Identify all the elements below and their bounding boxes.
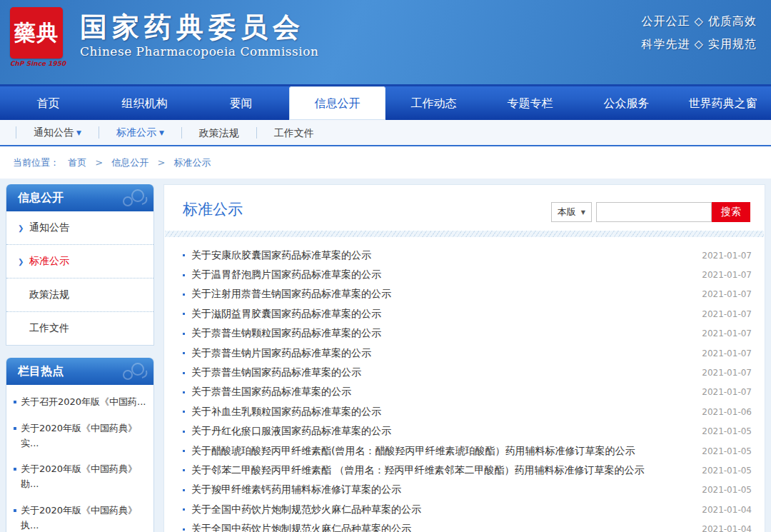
article-link[interactable]: 关于滋阴益胃胶囊国家药品标准草案的公示 [191, 308, 693, 321]
article-link[interactable]: 关于注射用萘普生钠国家药品标准草案的公示 [191, 288, 693, 301]
nav-item-world-pharmacopoeia[interactable]: 世界药典之窗 [675, 86, 771, 120]
hot-list-item[interactable]: 关于2020年版《中国药典》实... [6, 416, 153, 457]
sidebar: 信息公开 ❯ 通知公告 ❯ 标准公示 政策法规 [6, 184, 154, 532]
nav-item-public-service[interactable]: 公众服务 [578, 86, 675, 120]
subnav-label: 工作文件 [274, 127, 314, 139]
breadcrumb-prefix: 当前位置： [13, 157, 59, 168]
bullet-icon [183, 508, 185, 511]
nav-item-work-updates[interactable]: 工作动态 [386, 86, 482, 120]
hot-list-item[interactable]: 关于召开2020年版《中国药... [6, 389, 153, 416]
article-date: 2021-01-07 [702, 289, 752, 299]
logo-block: 藥典 ChP Since 1950 [10, 7, 70, 67]
bullet-icon [14, 401, 16, 403]
article-row: 关于安康欣胶囊国家药品标准草案的公示2021-01-07 [183, 246, 752, 265]
article-link[interactable]: 关于补血生乳颗粒国家药品标准草案的公示 [191, 406, 693, 418]
bullet-icon [183, 489, 185, 491]
article-row: 关于羧甲纤维素钙药用辅料标准修订草案的公示2021-01-05 [183, 481, 752, 500]
breadcrumb-link-home[interactable]: 首页 [68, 157, 86, 168]
nav-item-home[interactable]: 首页 [0, 86, 96, 120]
bullet-icon [183, 274, 185, 276]
content-area: 信息公开 ❯ 通知公告 ❯ 标准公示 政策法规 [0, 179, 771, 532]
bullet-icon [14, 468, 16, 471]
bullet-icon [183, 333, 185, 335]
seal-text: 藥典 [14, 19, 59, 48]
article-link[interactable]: 关于萘普生钠片国家药品标准草案的公示 [191, 347, 693, 360]
sidebar-hot-header: 栏目热点 [6, 358, 153, 385]
article-date: 2021-01-07 [702, 387, 752, 397]
chp-seal-logo[interactable]: 藥典 [10, 7, 63, 59]
article-link[interactable]: 关于醋酸琥珀酸羟丙甲纤维素酯(曾用名：醋酸羟丙甲纤维素琥珀酸酯）药用辅料标准修订… [191, 445, 693, 458]
chevron-right-icon: ❯ [18, 224, 29, 232]
sidebar-item-label: 标准公示 [29, 255, 69, 268]
search-input[interactable] [596, 202, 712, 222]
subnav-item-work-documents[interactable]: 工作文件 [256, 127, 331, 139]
nav-item-news[interactable]: 要闻 [193, 86, 289, 120]
nav-item-organization[interactable]: 组织机构 [96, 86, 193, 120]
article-date: 2021-01-05 [702, 485, 752, 495]
breadcrumb-link-info-disclosure[interactable]: 信息公开 [111, 157, 148, 168]
hot-item-title: 关于2020年版《中国药典》实... [21, 421, 151, 451]
article-row: 关于丹红化瘀口服液国家药品标准草案的公示2021-01-05 [183, 422, 752, 441]
article-row: 关于补血生乳颗粒国家药品标准草案的公示2021-01-06 [183, 402, 752, 421]
article-link[interactable]: 关于萘普生钠颗粒国家药品标准草案的公示 [191, 327, 693, 340]
article-date: 2021-01-05 [702, 446, 752, 456]
article-date: 2021-01-05 [702, 426, 752, 436]
article-date: 2021-01-05 [702, 466, 752, 476]
article-link[interactable]: 关于温胃舒泡腾片国家药品标准草案的公示 [191, 268, 693, 281]
article-link[interactable]: 关于安康欣胶囊国家药品标准草案的公示 [191, 249, 693, 262]
chevron-right-icon: ❯ [18, 258, 29, 266]
nav-item-special-columns[interactable]: 专题专栏 [482, 86, 578, 120]
sidebar-item-policies[interactable]: 政策法规 [6, 278, 153, 312]
article-link[interactable]: 关于全国中药饮片炮制规范火麻仁品种草案的公示 [191, 523, 693, 532]
article-date: 2021-01-07 [702, 309, 752, 319]
edition-select[interactable]: 本版 ▼ [551, 202, 592, 222]
subnav-item-standard-publicity[interactable]: 标准公示▼ [99, 126, 181, 139]
article-link[interactable]: 关于全国中药饮片炮制规范炒火麻仁品种草案的公示 [191, 503, 693, 516]
hot-list-item[interactable]: 关于2020年版《中国药典》执... [6, 498, 153, 532]
hatched-divider [165, 231, 764, 237]
select-caret-icon: ▼ [581, 209, 585, 216]
sidebar-item-work-documents[interactable]: 工作文件 [6, 312, 153, 345]
breadcrumb: 当前位置： 首页 > 信息公开 > 标准公示 [0, 146, 771, 179]
sidebar-item-label: 通知公告 [29, 221, 69, 234]
article-link[interactable]: 关于羧甲纤维素钙药用辅料标准修订草案的公示 [191, 483, 693, 496]
sidebar-item-notices[interactable]: ❯ 通知公告 [6, 211, 153, 245]
subnav-label: 标准公示 [116, 126, 156, 138]
cloud-decoration-icon [116, 187, 149, 209]
article-link[interactable]: 关于丹红化瘀口服液国家药品标准草案的公示 [191, 425, 693, 438]
page-title: 标准公示 [183, 199, 243, 219]
sidebar-menu-title: 信息公开 [18, 191, 64, 204]
subnav-item-notices[interactable]: 通知公告▼ [16, 126, 99, 139]
sidebar-hot-title: 栏目热点 [18, 364, 64, 378]
bullet-icon [183, 313, 185, 315]
article-row: 关于邻苯二甲酸羟丙甲纤维素酯 （曾用名：羟丙甲纤维素邻苯二甲酸酯）药用辅料标准修… [183, 461, 752, 480]
hot-item-title: 关于2020年版《中国药典》执... [21, 503, 151, 532]
subnav-item-policies[interactable]: 政策法规 [181, 127, 256, 139]
bullet-icon [183, 293, 185, 296]
search-button[interactable]: 搜索 [712, 202, 750, 222]
sidebar-item-standard-publicity[interactable]: ❯ 标准公示 [6, 245, 153, 278]
article-link[interactable]: 关于邻苯二甲酸羟丙甲纤维素酯 （曾用名：羟丙甲纤维素邻苯二甲酸酯）药用辅料标准修… [191, 464, 693, 477]
article-date: 2021-01-07 [702, 368, 752, 378]
subnav-label: 政策法规 [199, 127, 239, 139]
bullet-icon [183, 254, 185, 256]
article-link[interactable]: 关于萘普生钠国家药品标准草案的公示 [191, 366, 693, 379]
bullet-icon [183, 528, 185, 531]
dropdown-arrow-icon: ▼ [76, 129, 81, 136]
site-subtitle: Chinese Pharmacopoeia Commission [80, 44, 318, 59]
breadcrumb-separator: > [157, 157, 165, 168]
article-link[interactable]: 关于萘普生国家药品标准草案的公示 [191, 386, 693, 398]
article-date: 2021-01-06 [702, 407, 752, 417]
site-title-block: 国家药典委员会 Chinese Pharmacopoeia Commission [80, 13, 318, 59]
dropdown-arrow-icon: ▼ [159, 129, 164, 136]
article-row: 关于萘普生钠片国家药品标准草案的公示2021-01-07 [183, 343, 752, 363]
article-row: 关于温胃舒泡腾片国家药品标准草案的公示2021-01-07 [183, 265, 752, 284]
article-row: 关于注射用萘普生钠国家药品标准草案的公示2021-01-07 [183, 285, 752, 304]
article-row: 关于萘普生国家药品标准草案的公示2021-01-07 [183, 383, 752, 402]
hot-item-title: 关于2020年版《中国药典》勘... [21, 462, 151, 492]
nav-item-info-disclosure[interactable]: 信息公开 [289, 86, 386, 120]
hot-list-item[interactable]: 关于2020年版《中国药典》勘... [6, 456, 153, 498]
breadcrumb-link-standard-publicity[interactable]: 标准公示 [174, 157, 211, 168]
main-nav: 首页 组织机构 要闻 信息公开 工作动态 专题专栏 公众服务 世界药典之窗 [0, 84, 771, 120]
bullet-icon [14, 427, 16, 430]
